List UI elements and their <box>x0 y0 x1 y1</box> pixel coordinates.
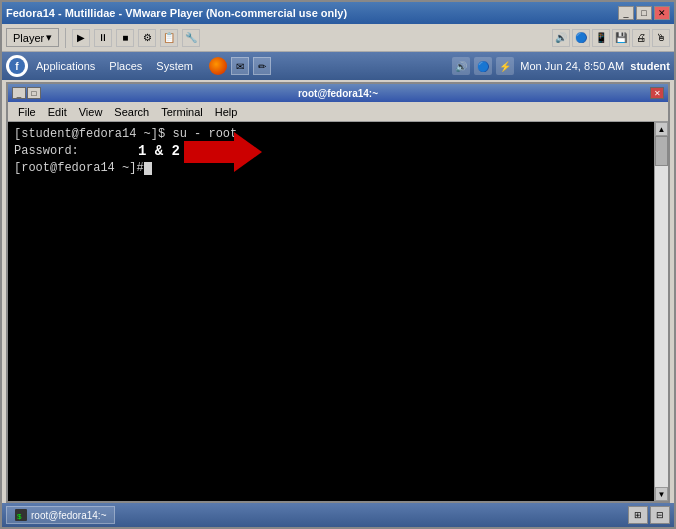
player-dropdown[interactable]: Player ▾ <box>6 28 59 47</box>
vmware-toolbar: Player ▾ ▶ ⏸ ■ ⚙ 📋 🔧 🔊 🔵 📱 💾 🖨 🖱 <box>2 24 674 52</box>
gnome-tool-icon-1[interactable]: ✉ <box>231 57 249 75</box>
svg-text:$: $ <box>17 512 22 521</box>
firefox-icon[interactable] <box>209 57 227 75</box>
toolbar-icon-3[interactable]: ■ <box>116 29 134 47</box>
terminal-menu-view[interactable]: View <box>73 104 109 120</box>
fedora-logo: f <box>6 55 28 77</box>
vmware-titlebar: Fedora14 - Mutillidae - VMware Player (N… <box>2 2 674 24</box>
terminal-menu-file[interactable]: File <box>12 104 42 120</box>
scrollbar-up[interactable]: ▲ <box>655 122 668 136</box>
gnome-status-icons: 🔊 🔵 ⚡ <box>452 57 514 75</box>
gnome-system[interactable]: System <box>150 58 199 74</box>
taskbar-terminal-item[interactable]: $ root@fedora14:~ <box>6 506 115 524</box>
gnome-right-panel: 🔊 🔵 ⚡ Mon Jun 24, 8:50 AM student <box>452 57 670 75</box>
terminal-maximize[interactable]: □ <box>27 87 41 99</box>
scrollbar-track[interactable] <box>655 136 668 487</box>
toolbar-icon-4[interactable]: ⚙ <box>138 29 156 47</box>
terminal-close[interactable]: ✕ <box>650 87 664 99</box>
toolbar-right-icon-5[interactable]: 🖨 <box>632 29 650 47</box>
vmware-window: Fedora14 - Mutillidae - VMware Player (N… <box>0 0 676 529</box>
terminal-scrollbar[interactable]: ▲ ▼ <box>654 122 668 501</box>
taskbar-icon-2[interactable]: ⊟ <box>650 506 670 524</box>
close-button[interactable]: ✕ <box>654 6 670 20</box>
toolbar-right-icon-4[interactable]: 💾 <box>612 29 630 47</box>
toolbar-right-icon-3[interactable]: 📱 <box>592 29 610 47</box>
gnome-tool-icon-2[interactable]: ✏ <box>253 57 271 75</box>
taskbar-item-label: root@fedora14:~ <box>31 510 106 521</box>
toolbar-icon-6[interactable]: 🔧 <box>182 29 200 47</box>
scrollbar-down[interactable]: ▼ <box>655 487 668 501</box>
player-chevron: ▾ <box>46 31 52 44</box>
gnome-panel-top: f Applications Places System ✉ ✏ 🔊 🔵 ⚡ M… <box>2 52 674 80</box>
gnome-clock: Mon Jun 24, 8:50 AM <box>520 60 624 72</box>
terminal-window: _ □ root@fedora14:~ ✕ File Edit View Sea… <box>6 82 670 503</box>
terminal-line-1: [student@fedora14 ~]$ su - root <box>14 126 648 143</box>
taskbar-icon-1[interactable]: ⊞ <box>628 506 648 524</box>
toolbar-right-icons: 🔊 🔵 📱 💾 🖨 🖱 <box>552 29 670 47</box>
terminal-line-2: Password: <box>14 143 648 160</box>
gnome-network-icon: 🔵 <box>474 57 492 75</box>
gnome-username: student <box>630 60 670 72</box>
toolbar-right-icon-1[interactable]: 🔊 <box>552 29 570 47</box>
gnome-places[interactable]: Places <box>103 58 148 74</box>
terminal-menu-help[interactable]: Help <box>209 104 244 120</box>
terminal-cursor <box>144 162 152 175</box>
terminal-menubar: File Edit View Search Terminal Help <box>8 102 668 122</box>
gnome-panel-bottom: $ root@fedora14:~ ⊞ ⊟ <box>2 503 674 527</box>
gnome-applications[interactable]: Applications <box>30 58 101 74</box>
vmware-title: Fedora14 - Mutillidae - VMware Player (N… <box>6 7 347 19</box>
maximize-button[interactable]: □ <box>636 6 652 20</box>
toolbar-right-icon-6[interactable]: 🖱 <box>652 29 670 47</box>
taskbar-right: ⊞ ⊟ <box>628 506 670 524</box>
titlebar-buttons: _ □ ✕ <box>618 6 670 20</box>
terminal-menu-terminal[interactable]: Terminal <box>155 104 209 120</box>
terminal-line-3: [root@fedora14 ~]# <box>14 160 648 177</box>
terminal-content-area: [student@fedora14 ~]$ su - root Password… <box>8 122 668 501</box>
terminal-taskbar-icon: $ <box>15 509 27 521</box>
terminal-output[interactable]: [student@fedora14 ~]$ su - root Password… <box>8 122 654 501</box>
minimize-button[interactable]: _ <box>618 6 634 20</box>
player-label: Player <box>13 32 44 44</box>
toolbar-separator <box>65 28 66 48</box>
gnome-volume-icon: 🔊 <box>452 57 470 75</box>
gnome-bt-icon: ⚡ <box>496 57 514 75</box>
terminal-menu-edit[interactable]: Edit <box>42 104 73 120</box>
toolbar-right-icon-2[interactable]: 🔵 <box>572 29 590 47</box>
terminal-minimize[interactable]: _ <box>12 87 26 99</box>
toolbar-icon-5[interactable]: 📋 <box>160 29 178 47</box>
scrollbar-thumb[interactable] <box>655 136 668 166</box>
terminal-title: root@fedora14:~ <box>62 88 614 99</box>
toolbar-icon-1[interactable]: ▶ <box>72 29 90 47</box>
terminal-menu-search[interactable]: Search <box>108 104 155 120</box>
toolbar-icon-2[interactable]: ⏸ <box>94 29 112 47</box>
terminal-titlebar: _ □ root@fedora14:~ ✕ <box>8 84 668 102</box>
